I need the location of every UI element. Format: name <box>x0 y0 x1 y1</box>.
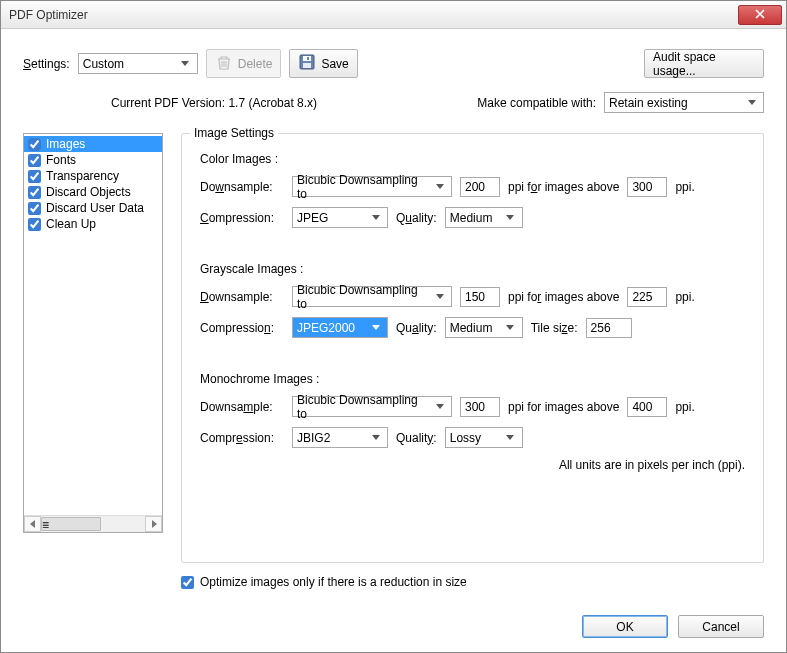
save-icon <box>298 53 316 74</box>
optimize-only-checkbox[interactable] <box>181 576 194 589</box>
color-downsample-select[interactable]: Bicubic Downsampling to <box>292 176 452 197</box>
delete-button: Delete <box>206 49 282 78</box>
window-title: PDF Optimizer <box>9 8 738 22</box>
ppi-suffix: ppi. <box>675 180 694 194</box>
scroll-track[interactable]: ≡ <box>41 516 145 532</box>
mono-compression-select[interactable]: JBIG2 <box>292 427 388 448</box>
sidebar-item-label: Images <box>46 137 85 151</box>
dialog-content: Settings: Custom Delete Save Audit space… <box>1 29 786 652</box>
scroll-right-button[interactable] <box>145 516 162 532</box>
sidebar-item-fonts[interactable]: Fonts <box>24 152 162 168</box>
save-button[interactable]: Save <box>289 49 357 78</box>
compression-label: Compression: <box>200 431 284 445</box>
sidebar-item-label: Clean Up <box>46 217 96 231</box>
sidebar-item-transparency[interactable]: Transparency <box>24 168 162 184</box>
chevron-down-icon <box>368 215 383 221</box>
chevron-down-icon <box>503 435 518 441</box>
sidebar-item-discard-user-data[interactable]: Discard User Data <box>24 200 162 216</box>
compat-label: Make compatible with: <box>477 96 596 110</box>
color-images-heading: Color Images : <box>200 152 745 166</box>
chevron-down-icon <box>368 435 383 441</box>
sidebar-item-discard-objects[interactable]: Discard Objects <box>24 184 162 200</box>
ok-button[interactable]: OK <box>582 615 668 638</box>
gray-ppi-input[interactable] <box>460 287 500 307</box>
chevron-down-icon <box>368 325 383 331</box>
trash-icon <box>215 53 233 74</box>
chevron-down-icon <box>432 404 447 410</box>
category-list[interactable]: Images Fonts Transparency Discard Object… <box>24 134 162 515</box>
svg-rect-3 <box>307 57 309 60</box>
ppi-suffix: ppi. <box>675 400 694 414</box>
downsample-label: Downsample: <box>200 180 284 194</box>
audit-space-button[interactable]: Audit space usage... <box>644 49 764 78</box>
color-ppi-above-input[interactable] <box>627 177 667 197</box>
color-quality-select[interactable]: Medium <box>445 207 523 228</box>
sidebar-item-clean-up[interactable]: Clean Up <box>24 216 162 232</box>
grayscale-images-heading: Grayscale Images : <box>200 262 745 276</box>
chevron-down-icon <box>503 325 518 331</box>
compression-label: Compression: <box>200 321 284 335</box>
sidebar-checkbox[interactable] <box>28 202 41 215</box>
chevron-down-icon <box>178 61 193 67</box>
tile-size-label: Tile size: <box>531 321 578 335</box>
quality-label: Quality: <box>396 211 437 225</box>
sidebar-checkbox[interactable] <box>28 186 41 199</box>
image-settings-panel: Image Settings Color Images : Downsample… <box>181 133 764 563</box>
chevron-down-icon <box>744 100 759 106</box>
ppi-suffix: ppi. <box>675 290 694 304</box>
ppi-above-label: ppi for images above <box>508 290 619 304</box>
downsample-label: Downsample: <box>200 400 284 414</box>
scroll-thumb[interactable]: ≡ <box>41 517 101 531</box>
units-note: All units are in pixels per inch (ppi). <box>200 458 745 472</box>
close-button[interactable] <box>738 5 782 25</box>
ppi-above-label: ppi for images above <box>508 180 619 194</box>
mono-ppi-above-input[interactable] <box>627 397 667 417</box>
mono-ppi-input[interactable] <box>460 397 500 417</box>
scroll-left-button[interactable] <box>24 516 41 532</box>
pdf-version-label: Current PDF Version: 1.7 (Acrobat 8.x) <box>111 96 409 110</box>
mono-quality-select[interactable]: Lossy <box>445 427 523 448</box>
color-ppi-input[interactable] <box>460 177 500 197</box>
gray-downsample-select[interactable]: Bicubic Downsampling to <box>292 286 452 307</box>
panel-title: Image Settings <box>190 126 278 140</box>
sidebar-item-label: Fonts <box>46 153 76 167</box>
sidebar-checkbox[interactable] <box>28 218 41 231</box>
compression-label: Compression: <box>200 211 284 225</box>
gray-quality-select[interactable]: Medium <box>445 317 523 338</box>
svg-rect-2 <box>303 63 311 68</box>
gray-compression-select[interactable]: JPEG2000 <box>292 317 388 338</box>
monochrome-images-heading: Monochrome Images : <box>200 372 745 386</box>
mono-downsample-select[interactable]: Bicubic Downsampling to <box>292 396 452 417</box>
sidebar-item-images[interactable]: Images <box>24 136 162 152</box>
cancel-button[interactable]: Cancel <box>678 615 764 638</box>
tile-size-input[interactable] <box>586 318 632 338</box>
sidebar-item-label: Discard Objects <box>46 185 131 199</box>
close-icon <box>755 8 765 22</box>
color-compression-select[interactable]: JPEG <box>292 207 388 228</box>
sidebar-item-label: Transparency <box>46 169 119 183</box>
chevron-down-icon <box>432 294 447 300</box>
sidebar-checkbox[interactable] <box>28 154 41 167</box>
gray-ppi-above-input[interactable] <box>627 287 667 307</box>
compat-select[interactable]: Retain existing <box>604 92 764 113</box>
sidebar-item-label: Discard User Data <box>46 201 144 215</box>
titlebar[interactable]: PDF Optimizer <box>1 1 786 29</box>
downsample-label: Downsample: <box>200 290 284 304</box>
horizontal-scrollbar[interactable]: ≡ <box>24 515 162 532</box>
sidebar-checkbox[interactable] <box>28 138 41 151</box>
category-sidebar[interactable]: Images Fonts Transparency Discard Object… <box>23 133 163 533</box>
chevron-down-icon <box>432 184 447 190</box>
quality-label: Quality: <box>396 321 437 335</box>
dialog-window: PDF Optimizer Settings: Custom Delete <box>0 0 787 653</box>
optimize-only-label: Optimize images only if there is a reduc… <box>200 575 467 589</box>
settings-select[interactable]: Custom <box>78 53 198 74</box>
settings-label: Settings: <box>23 57 70 71</box>
chevron-down-icon <box>503 215 518 221</box>
sidebar-checkbox[interactable] <box>28 170 41 183</box>
ppi-above-label: ppi for images above <box>508 400 619 414</box>
quality-label: Quality: <box>396 431 437 445</box>
